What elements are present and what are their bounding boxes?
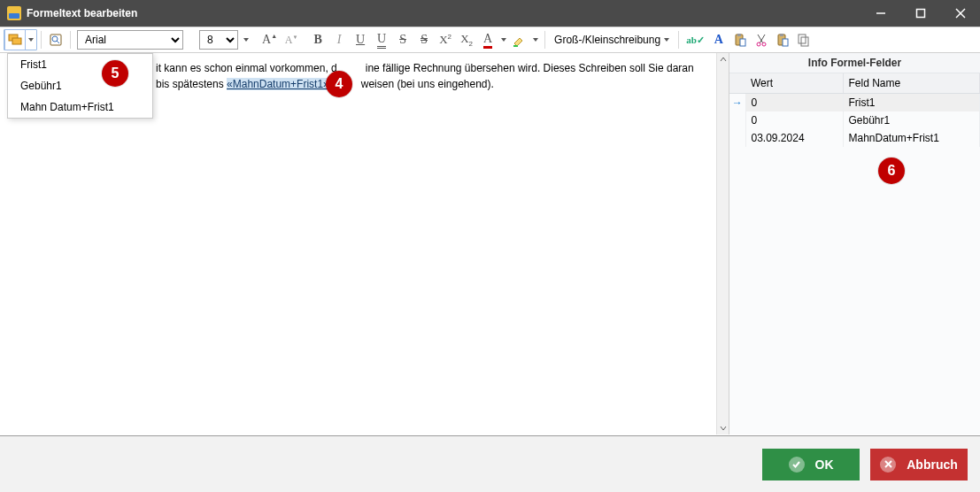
cell-feld: Frist1	[843, 94, 980, 112]
find-replace-button[interactable]	[45, 29, 66, 50]
titlebar: Formeltext bearbeiten	[0, 0, 980, 27]
row-indicator-icon: →	[729, 94, 745, 112]
dropdown-item[interactable]: Mahn Datum+Frist1	[8, 96, 152, 118]
svg-point-15	[757, 42, 760, 46]
window-title: Formeltext bearbeiten	[27, 7, 860, 19]
toolbar: Arial 8 A▲ A▼ B I U U S S X2 X2 A Groß-/…	[0, 27, 980, 53]
editor-text: it kann es schon einmal vorkommen, d	[156, 62, 337, 74]
italic-button[interactable]: I	[328, 29, 350, 50]
separator	[70, 31, 71, 49]
font-size-select[interactable]: 8	[199, 30, 238, 50]
font-color-dropdown[interactable]	[498, 29, 509, 50]
scrollbar[interactable]	[716, 53, 729, 434]
footer: OK Abbruch	[0, 435, 980, 492]
cell-feld: MahnDatum+Frist1	[843, 129, 980, 147]
svg-rect-12	[740, 39, 745, 46]
underline-button[interactable]: U	[350, 29, 371, 50]
duplicate-button[interactable]	[793, 29, 814, 50]
double-underline-button[interactable]: U	[371, 29, 392, 50]
cell-feld: Gebühr1	[843, 111, 980, 129]
table-row[interactable]: 03.09.2024 MahnDatum+Frist1	[729, 129, 980, 147]
dropdown-item[interactable]: Frist1	[8, 54, 152, 75]
column-feld[interactable]: Feld Name	[843, 73, 980, 94]
strikethrough-button[interactable]: S	[392, 29, 413, 50]
fields-table: Wert Feld Name → 0 Frist1 0 Gebühr1 03.0…	[729, 73, 980, 147]
subscript-button[interactable]: X2	[456, 29, 477, 50]
side-panel: Info Formel-Felder Wert Feld Name → 0 Fr…	[729, 53, 980, 434]
svg-rect-11	[737, 34, 741, 36]
scroll-down-icon[interactable]	[717, 422, 729, 434]
cancel-button[interactable]: Abbruch	[870, 449, 968, 480]
cancel-label: Abbruch	[907, 457, 958, 472]
annotation-badge-5: 5	[102, 60, 128, 87]
row-indicator-icon	[729, 111, 745, 129]
svg-rect-18	[780, 34, 783, 36]
scroll-up-icon[interactable]	[717, 53, 729, 65]
check-icon	[789, 457, 805, 473]
superscript-button[interactable]: X2	[435, 29, 456, 50]
row-indicator-icon	[729, 129, 745, 147]
separator	[678, 31, 679, 49]
close-icon	[880, 457, 896, 473]
spellcheck-button[interactable]: ab✓	[683, 29, 708, 50]
svg-line-8	[57, 41, 59, 43]
annotation-badge-4: 4	[326, 71, 352, 97]
separator	[41, 31, 42, 49]
separator	[544, 31, 545, 49]
double-strikethrough-button[interactable]: S	[413, 29, 435, 50]
dropdown-item[interactable]: Gebühr1	[8, 75, 152, 96]
app-icon	[7, 6, 21, 20]
editor-text: bis spätestens	[156, 78, 227, 90]
font-color-button[interactable]: A	[477, 29, 498, 50]
ok-button[interactable]: OK	[762, 449, 860, 480]
merge-field[interactable]: «MahnDatum+Frist1»	[227, 78, 329, 90]
svg-rect-1	[916, 10, 924, 18]
cell-wert: 0	[745, 94, 843, 112]
svg-rect-5	[12, 38, 21, 44]
svg-rect-21	[801, 37, 808, 46]
column-wert[interactable]: Wert	[745, 73, 843, 94]
svg-rect-19	[783, 39, 788, 46]
font-select[interactable]: Arial	[77, 30, 183, 50]
change-case-button[interactable]: Groß-/Kleinschreibung	[549, 29, 675, 50]
editor-text: ine fällige Rechnung übersehen wird. Die…	[366, 62, 694, 74]
field-dropdown-menu: Frist1 Gebühr1 Mahn Datum+Frist1	[7, 53, 153, 119]
table-row[interactable]: 0 Gebühr1	[729, 111, 980, 129]
side-panel-title: Info Formel-Felder	[729, 53, 980, 73]
highlight-button[interactable]	[509, 29, 530, 50]
maximize-button[interactable]	[900, 0, 940, 27]
cell-wert: 03.09.2024	[745, 129, 843, 147]
editor-text: weisen (bei uns eingehend).	[361, 78, 494, 90]
minimize-button[interactable]	[860, 0, 900, 27]
cut-button[interactable]	[751, 29, 772, 50]
style-a-button[interactable]: A	[708, 29, 729, 50]
highlight-dropdown[interactable]	[530, 29, 541, 50]
close-button[interactable]	[940, 0, 980, 27]
ok-label: OK	[815, 457, 834, 472]
increase-font-button[interactable]: A▲	[259, 29, 281, 50]
decrease-font-button[interactable]: A▼	[281, 29, 302, 50]
cell-wert: 0	[745, 111, 843, 129]
svg-rect-20	[799, 35, 806, 43]
copy-button[interactable]	[772, 29, 793, 50]
font-size-dropdown[interactable]	[241, 29, 251, 50]
annotation-badge-6: 6	[878, 158, 905, 184]
svg-point-16	[762, 42, 766, 46]
insert-field-button[interactable]	[4, 29, 26, 50]
bold-button[interactable]: B	[307, 29, 328, 50]
paste-button[interactable]	[729, 29, 751, 50]
table-row[interactable]: → 0 Frist1	[729, 94, 980, 112]
insert-field-dropdown[interactable]	[26, 29, 36, 50]
